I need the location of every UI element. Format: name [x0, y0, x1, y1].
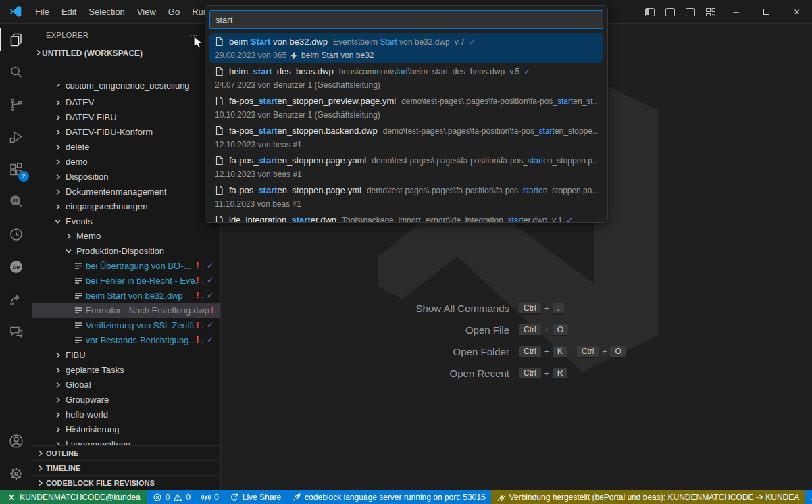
tree-item-folder[interactable]: DATEV-FIBU: [32, 109, 220, 124]
tree-item-folder[interactable]: delete: [32, 139, 220, 154]
problems-indicator[interactable]: 0 0: [147, 490, 196, 504]
list-file-icon: [73, 321, 84, 330]
tree-item-file[interactable]: beim Start von be32.dwp!,✓: [32, 288, 220, 303]
tree-item-folder[interactable]: eingangsrechnungen: [32, 199, 220, 213]
menu-view[interactable]: View: [131, 4, 162, 20]
tree-item-folder[interactable]: Memo: [32, 228, 220, 243]
workspace-label: UNTITLED (WORKSPACE): [42, 49, 143, 58]
chevron-right-icon: [53, 84, 64, 88]
file-icon: [215, 155, 225, 166]
section-codeblock-file-revisions[interactable]: CODEBLOCK FILE REVISIONS: [32, 475, 220, 490]
zap-icon: [290, 51, 297, 60]
activitybar-beas-search[interactable]: be: [0, 186, 32, 218]
quick-open-result[interactable]: fa-pos_starten_stoppen.backend.dwpdemo\t…: [209, 122, 603, 152]
menu-edit[interactable]: Edit: [55, 4, 82, 20]
activitybar-comments[interactable]: [0, 316, 32, 348]
tree-item-folder[interactable]: geplante Tasks: [32, 362, 220, 377]
file-icon: [215, 66, 225, 76]
tree-item-folder[interactable]: demo: [32, 154, 220, 169]
quick-open-result[interactable]: ide_integration_starter.dwpTools\package…: [209, 211, 603, 223]
tree-item-folder[interactable]: Disposition: [32, 169, 220, 184]
tree-item-folder[interactable]: Lagerverwaltung: [32, 436, 220, 445]
toggle-sidebar-icon[interactable]: [640, 3, 660, 22]
activitybar-run-debug[interactable]: [0, 121, 32, 153]
broadcast-icon: [201, 493, 211, 502]
tree-item-folder[interactable]: Global: [32, 377, 220, 392]
chevron-down-icon: [64, 247, 74, 255]
tree-item-folder[interactable]: DATEV: [32, 95, 220, 109]
menu-bar: File Edit Selection View Go Run: [29, 4, 214, 20]
chevron-right-icon: [53, 366, 64, 374]
file-icon: [215, 126, 225, 136]
tree-item-folder[interactable]: hello-world: [32, 407, 220, 422]
tree-item-folder[interactable]: Groupware: [32, 392, 220, 407]
quick-open-dialog: beim Start von be32.dwpEvents\beim Start…: [205, 5, 608, 223]
tree-item-folder[interactable]: custom_eingehende_bestellung: [32, 84, 220, 95]
chevron-right-icon: [53, 173, 64, 180]
activitybar-account[interactable]: [0, 425, 32, 457]
tree-item-folder[interactable]: FIBU: [32, 347, 220, 362]
tree-item-file[interactable]: bei Übertragung von BO-...!,✓: [32, 258, 220, 273]
activitybar-beas[interactable]: be: [0, 251, 32, 283]
menu-go[interactable]: Go: [162, 4, 186, 20]
list-file-icon: [73, 306, 84, 315]
quick-open-result[interactable]: beim_start_des_beas.dwpbeas\common\start…: [209, 63, 603, 93]
quick-open-result[interactable]: fa-pos_starten_stoppen.page.ymldemo\test…: [209, 182, 603, 211]
file-decorations: !,✓: [197, 261, 213, 270]
tree-item-folder[interactable]: Historisierung: [32, 422, 220, 436]
plug-icon: [497, 493, 506, 502]
section-timeline[interactable]: TIMELINE: [32, 460, 220, 475]
tree-item-folder-expanded[interactable]: Produktion-Disposition: [32, 243, 220, 258]
tree-item-file[interactable]: vor Bestands-Berichtigung....!,✓: [32, 332, 220, 347]
chevron-right-icon: [53, 411, 64, 418]
tree-item-folder[interactable]: Dokumentenmanagement: [32, 184, 220, 199]
menu-file[interactable]: File: [29, 4, 55, 20]
activitybar-search[interactable]: [0, 56, 32, 89]
chevron-right-icon: [53, 188, 64, 195]
menu-selection[interactable]: Selection: [82, 4, 130, 20]
tree-item-folder-expanded[interactable]: Events: [32, 213, 220, 228]
section-outline[interactable]: OUTLINE: [32, 445, 220, 460]
quick-open-result[interactable]: fa-pos_starten_stoppen.page.yamldemo\tes…: [209, 152, 603, 182]
activitybar-settings[interactable]: [0, 457, 32, 490]
live-share-button[interactable]: Live Share: [224, 490, 286, 504]
quick-open-result-selected[interactable]: beim Start von be32.dwpEvents\beim Start…: [209, 33, 603, 63]
maximize-button[interactable]: [751, 0, 782, 24]
beas-search-icon: be: [7, 193, 25, 211]
close-button[interactable]: ✕: [782, 0, 812, 24]
tree-item-folder[interactable]: DATEV-FIBU-Konform: [32, 124, 220, 139]
extensions-badge: 2: [18, 171, 29, 182]
file-icon: [215, 36, 225, 47]
activitybar-live-share[interactable]: [0, 283, 32, 316]
quick-open-input[interactable]: [209, 10, 603, 29]
list-file-icon: [73, 291, 84, 300]
chevron-right-icon: [53, 203, 64, 210]
chevron-right-icon: [64, 232, 74, 240]
remote-icon: [7, 493, 16, 502]
activitybar-source-control[interactable]: [0, 89, 32, 121]
notifications-button[interactable]: [805, 490, 812, 504]
chevron-right-icon: [35, 479, 46, 486]
file-decorations: !: [211, 305, 213, 315]
tree-item-file[interactable]: Verifizierung von SSL Zertifi...!,✓: [32, 318, 220, 332]
toggle-secondary-sidebar-icon[interactable]: [680, 3, 701, 22]
live-share-icon: [230, 493, 239, 502]
watermark-shortcuts: Show All Commands Ctrl+. Open File Ctrl+…: [393, 302, 626, 380]
file-icon: [215, 185, 225, 195]
connection-status[interactable]: Verbindung hergestellt (bePortal und bea…: [491, 490, 805, 504]
broadcast-indicator[interactable]: 0: [196, 490, 224, 504]
activitybar-explorer[interactable]: [0, 24, 32, 56]
activitybar-extensions[interactable]: 2: [0, 153, 32, 186]
shortcut-keys: Ctrl+KCtrl+O: [519, 346, 626, 358]
remote-indicator[interactable]: KUNDENMATCHCODE@kundea: [0, 490, 147, 504]
tree-item-file[interactable]: bei Fehler in be-Recht - Eve...!,✓: [32, 273, 220, 288]
toggle-panel-icon[interactable]: [660, 3, 680, 22]
language-server-status[interactable]: codeblock language server running on por…: [286, 490, 491, 504]
quick-open-result[interactable]: fa-pos_starten_stoppen_preview.page.ymld…: [209, 93, 603, 122]
sidebar-sections: OUTLINE TIMELINE CODEBLOCK FILE REVISION…: [32, 445, 220, 490]
minimize-button[interactable]: ─: [721, 0, 751, 24]
customize-layout-icon[interactable]: [701, 3, 721, 22]
tree-item-file-selected[interactable]: Formular - Nach Erstellung.dwp!: [32, 303, 220, 318]
svg-text:be: be: [13, 263, 20, 270]
activitybar-history[interactable]: [0, 218, 32, 251]
